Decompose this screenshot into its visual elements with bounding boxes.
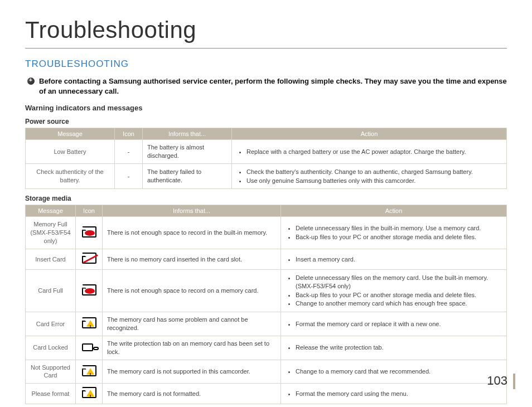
card-locked-icon [82, 341, 96, 352]
col-action: Action [281, 205, 507, 217]
icon-cell: ! [76, 384, 103, 404]
action-item: Format the memory card using the menu. [296, 390, 502, 398]
action-item: Back-up files to your PC or another stor… [296, 233, 502, 241]
action-cell: Insert a memory card. [281, 249, 507, 270]
storage-table: Message Icon Informs that... Action Memo… [25, 205, 507, 404]
card-error-icon: ! [82, 317, 96, 328]
message-cell: Card Locked [26, 336, 76, 360]
not-supported-card-icon: ! [82, 365, 96, 376]
sub-heading: Warning indicators and messages [25, 104, 507, 112]
table-row: Memory Full (SMX-F53/F54 only) There is … [26, 217, 507, 249]
action-item: Change to a memory card that we recommen… [296, 367, 502, 376]
icon-cell [76, 269, 103, 312]
informs-cell: The battery failed to authenticate. [143, 163, 232, 189]
informs-cell: The memory card has some problem and can… [103, 312, 281, 336]
intro-row: Before contacting a Samsung authorised s… [25, 76, 507, 96]
storage-group-label: Storage media [25, 195, 507, 202]
icon-cell [76, 217, 103, 249]
informs-cell: There is not enough space to record in t… [103, 217, 281, 249]
message-cell: Insert Card [26, 249, 76, 270]
informs-cell: The memory card is not supported in this… [103, 360, 281, 384]
informs-cell: The battery is almost discharged. [143, 140, 232, 164]
message-cell: Memory Full (SMX-F53/F54 only) [26, 217, 76, 249]
table-row: Check authenticity of the battery. - The… [26, 163, 507, 189]
icon-cell: - [115, 163, 143, 189]
table-header-row: Message Icon Informs that... Action [26, 128, 507, 140]
action-item: Delete unnecessary files on the memory c… [296, 274, 502, 290]
action-cell: Change to a memory card that we recommen… [281, 360, 507, 384]
action-cell: Release the write protection tab. [281, 336, 507, 360]
informs-cell: There is no memory card inserted in the … [103, 249, 281, 270]
message-cell: Low Battery [26, 140, 115, 164]
informs-cell: The write protection tab on an memory ca… [103, 336, 281, 360]
action-cell: Delete unnecessary files in the built-in… [281, 217, 507, 249]
table-row: Card Locked The write protection tab on … [26, 336, 507, 360]
message-cell: Not Supported Card [26, 360, 76, 384]
card-full-icon [82, 284, 96, 295]
action-cell: Check the battery's authenticity. Change… [232, 163, 507, 189]
col-icon: Icon [76, 205, 103, 217]
action-item: Release the write protection tab. [296, 343, 502, 352]
page-title: Troubleshooting [25, 17, 507, 43]
informs-cell: The memory card is not formatted. [103, 384, 281, 404]
action-item: Back-up files to your PC or another stor… [296, 291, 502, 299]
page-number: 103 [487, 374, 515, 389]
col-icon: Icon [115, 128, 143, 140]
table-header-row: Message Icon Informs that... Action [26, 205, 507, 217]
action-item: Change to another memory card which has … [296, 299, 502, 308]
section-heading: TROUBLESHOOTING [25, 59, 507, 70]
action-item: Delete unnecessary files in the built-in… [296, 224, 502, 232]
icon-cell: ! [76, 360, 103, 384]
memory-full-icon [82, 226, 96, 238]
intro-bullet-icon [27, 77, 35, 85]
action-cell: Format the memory card using the menu. [281, 384, 507, 404]
col-message: Message [26, 128, 115, 140]
message-cell: Card Error [26, 312, 76, 336]
col-message: Message [26, 205, 76, 217]
please-format-icon: ! [82, 387, 96, 398]
title-rule [25, 48, 507, 49]
power-group-label: Power source [25, 118, 507, 125]
table-row: Low Battery - The battery is almost disc… [26, 140, 507, 164]
icon-cell: ! [76, 312, 103, 336]
action-cell: Delete unnecessary files on the memory c… [281, 269, 507, 312]
icon-cell [76, 336, 103, 360]
action-item: Use only genuine Samsung batteries only … [246, 177, 502, 185]
message-cell: Card Full [26, 269, 76, 312]
col-action: Action [232, 128, 507, 140]
action-item: Replace with a charged battery or use th… [246, 148, 502, 156]
col-informs: Informs that... [143, 128, 232, 140]
table-row: Insert Card There is no memory card inse… [26, 249, 507, 270]
table-row: Not Supported Card ! The memory card is … [26, 360, 507, 384]
table-row: Please format ! The memory card is not f… [26, 384, 507, 404]
action-cell: Format the memory card or replace it wit… [281, 312, 507, 336]
action-item: Format the memory card or replace it wit… [296, 320, 502, 328]
action-cell: Replace with a charged battery or use th… [232, 140, 507, 164]
informs-cell: There is not enough space to record on a… [103, 269, 281, 312]
col-informs: Informs that... [103, 205, 281, 217]
table-row: Card Error ! The memory card has some pr… [26, 312, 507, 336]
insert-card-icon [82, 253, 96, 264]
action-item: Check the battery's authenticity. Change… [246, 168, 502, 176]
icon-cell: - [115, 140, 143, 164]
message-cell: Check authenticity of the battery. [26, 163, 115, 189]
power-table: Message Icon Informs that... Action Low … [25, 128, 507, 189]
table-row: Card Full There is not enough space to r… [26, 269, 507, 312]
intro-text: Before contacting a Samsung authorised s… [39, 76, 507, 96]
action-item: Insert a memory card. [296, 255, 502, 264]
message-cell: Please format [26, 384, 76, 404]
icon-cell [76, 249, 103, 270]
